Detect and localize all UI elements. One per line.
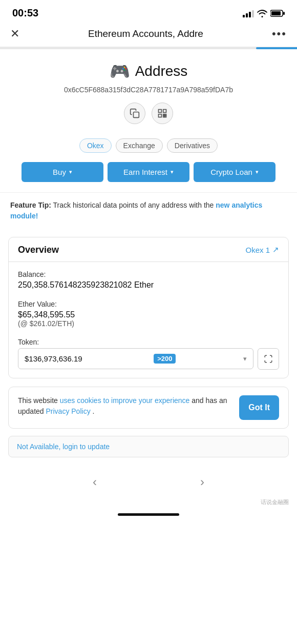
token-badge: >200 bbox=[154, 354, 176, 364]
status-icons bbox=[243, 9, 285, 17]
cookie-link2[interactable]: Privacy Policy bbox=[46, 407, 91, 415]
not-available-bar: Not Available, login to update bbox=[8, 436, 289, 457]
feature-tip: Feature Tip: Track historical data point… bbox=[0, 192, 297, 229]
svg-rect-9 bbox=[163, 116, 165, 117]
tags-row: Okex Exchange Derivatives bbox=[10, 138, 287, 153]
close-button[interactable]: ✕ bbox=[10, 27, 19, 41]
tag-okex[interactable]: Okex bbox=[79, 138, 112, 153]
svg-rect-8 bbox=[165, 114, 166, 115]
svg-rect-2 bbox=[283, 12, 285, 15]
action-buttons: Buy ▾ Earn Interest ▾ Crypto Loan ▾ bbox=[10, 162, 287, 182]
wifi-icon bbox=[257, 9, 267, 17]
watermark: 话说金融圈 bbox=[0, 496, 297, 508]
address-avatar: 🎮 bbox=[110, 62, 130, 81]
feature-tip-text: Track historical data points of any addr… bbox=[53, 201, 216, 209]
token-expand-button[interactable] bbox=[258, 348, 279, 370]
cookie-link1[interactable]: uses cookies to improve your experience bbox=[60, 396, 190, 405]
more-button[interactable]: ••• bbox=[272, 27, 287, 41]
overview-header: Overview Okex 1 ↗ bbox=[9, 237, 288, 262]
login-link[interactable]: login to update bbox=[62, 442, 110, 451]
main-content: 🎮 Address 0x6cC5F688a315f3dC28A7781717a9… bbox=[0, 49, 297, 182]
overview-title: Overview bbox=[18, 245, 59, 255]
cookie-text3: . bbox=[93, 407, 95, 415]
overview-link-label: Okex 1 bbox=[245, 246, 270, 254]
address-header: 🎮 Address 0x6cC5F688a315f3dC28A7781717a9… bbox=[10, 62, 287, 132]
ether-value-amount: $65,348,595.55 bbox=[18, 310, 279, 319]
copy-button[interactable] bbox=[124, 103, 145, 124]
balance-value: 250,358.5761482359238210​82 Ether bbox=[18, 280, 279, 290]
ether-value-row: Ether Value: $65,348,595.55 (@ $261.02/E… bbox=[18, 300, 279, 328]
balance-row: Balance: 250,358.5761482359238210​82 Eth… bbox=[18, 270, 279, 290]
balance-label: Balance: bbox=[18, 270, 279, 278]
svg-rect-4 bbox=[159, 109, 162, 112]
nav-bar: ✕ Ethereum Accounts, Addre ••• bbox=[0, 23, 297, 47]
signal-icon bbox=[243, 9, 254, 17]
token-select-row: $136,973,636.19 >200 ▾ bbox=[18, 348, 279, 370]
cookie-banner: This website uses cookies to improve you… bbox=[8, 387, 289, 429]
overview-body: Balance: 250,358.5761482359238210​82 Eth… bbox=[9, 262, 288, 378]
overview-link[interactable]: Okex 1 ↗ bbox=[245, 245, 279, 254]
token-select[interactable]: $136,973,636.19 >200 ▾ bbox=[18, 348, 253, 369]
bottom-nav: ‹ › bbox=[0, 468, 297, 496]
svg-rect-1 bbox=[271, 11, 281, 15]
earn-interest-button[interactable]: Earn Interest ▾ bbox=[108, 162, 189, 182]
svg-rect-5 bbox=[163, 109, 166, 112]
svg-rect-3 bbox=[134, 112, 139, 117]
earn-interest-chevron-icon: ▾ bbox=[171, 169, 174, 175]
token-value: $136,973,636.19 bbox=[25, 354, 82, 363]
home-indicator bbox=[0, 508, 297, 524]
address-hash: 0x6cC5F688a315f3dC28A7781717a9A798a59fDA… bbox=[64, 85, 233, 95]
buy-chevron-icon: ▾ bbox=[69, 169, 72, 175]
cookie-text1: This website bbox=[18, 396, 60, 405]
address-icon-row: 🎮 Address bbox=[110, 62, 188, 81]
external-link-icon: ↗ bbox=[272, 245, 279, 254]
tab-active bbox=[256, 47, 297, 49]
token-row: Token: $136,973,636.19 >200 ▾ bbox=[18, 338, 279, 370]
svg-rect-10 bbox=[165, 116, 166, 117]
battery-icon bbox=[270, 10, 285, 17]
page-title: Ethereum Accounts, Addre bbox=[88, 28, 203, 39]
ether-value-label: Ether Value: bbox=[18, 300, 279, 308]
token-dropdown-chevron-icon: ▾ bbox=[243, 355, 247, 363]
feature-tip-bold: Feature Tip: bbox=[10, 201, 51, 209]
forward-button[interactable]: › bbox=[200, 475, 204, 489]
svg-rect-6 bbox=[159, 114, 162, 117]
address-title: Address bbox=[135, 63, 188, 79]
home-bar bbox=[118, 513, 179, 516]
crypto-loan-button[interactable]: Crypto Loan ▾ bbox=[194, 162, 275, 182]
status-time: 00:53 bbox=[12, 7, 38, 19]
not-available-text: Not Available, bbox=[17, 442, 62, 451]
token-label: Token: bbox=[18, 338, 279, 346]
buy-button[interactable]: Buy ▾ bbox=[22, 162, 103, 182]
tab-scroll-indicator bbox=[0, 47, 297, 49]
ether-value-note: (@ $261.02/ETH) bbox=[18, 319, 279, 328]
svg-rect-7 bbox=[163, 114, 165, 115]
status-bar: 00:53 bbox=[0, 0, 297, 23]
address-actions bbox=[124, 103, 173, 124]
crypto-loan-chevron-icon: ▾ bbox=[256, 169, 259, 175]
cookie-text: This website uses cookies to improve you… bbox=[18, 395, 233, 417]
tag-exchange[interactable]: Exchange bbox=[116, 138, 163, 153]
overview-card: Overview Okex 1 ↗ Balance: 250,358.57614… bbox=[8, 237, 289, 378]
got-it-button[interactable]: Got It bbox=[239, 395, 279, 420]
qr-button[interactable] bbox=[152, 103, 173, 124]
tag-derivatives[interactable]: Derivatives bbox=[167, 138, 218, 153]
back-button[interactable]: ‹ bbox=[93, 475, 97, 489]
